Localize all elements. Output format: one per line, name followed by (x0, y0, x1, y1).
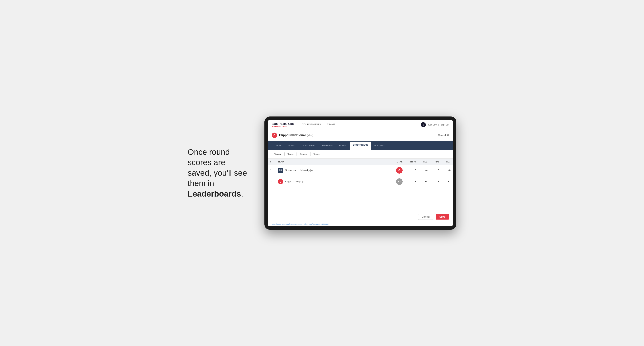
powered-by: Powered by clippd (272, 126, 294, 127)
col-rd1: RD1 (418, 159, 430, 165)
save-button[interactable]: Save (436, 214, 449, 219)
intro-text: Once round scores are saved, you'll see … (188, 147, 253, 199)
intro-line1: Once round (188, 148, 230, 157)
table-row: 1 SU Scoreboard University [A] -5 (268, 165, 453, 176)
col-rd3: RD3 (441, 159, 453, 165)
filter-scores[interactable]: Scores (298, 152, 309, 156)
col-rank: # (268, 159, 276, 165)
tab-course-setup[interactable]: Course Setup (298, 142, 318, 150)
intro-line2: scores are (188, 158, 225, 167)
team-2-rd3: +3 (441, 176, 453, 187)
tournament-gender: (Men) (307, 134, 313, 137)
team-2-thru: F (405, 176, 418, 187)
filter-bar: Teams Players Scores Strokes (268, 150, 453, 159)
tab-leaderboards[interactable]: Leaderboards (350, 142, 371, 150)
filter-players[interactable]: Players (284, 152, 296, 156)
team-2-name: Clippd College [A] (285, 180, 305, 183)
rank-2: 2 (268, 176, 276, 187)
team-2-logo: C (278, 179, 283, 184)
logo-text: SCOREBOARD (272, 122, 294, 126)
team-1-rd2: +5 (430, 165, 441, 176)
score-badge-1: -5 (396, 167, 402, 173)
score-badge-2: +3 (396, 178, 402, 185)
team-2-rd2: -8 (430, 176, 441, 187)
cancel-top[interactable]: Cancel ✕ (438, 134, 449, 137)
col-thru: THRU (405, 159, 418, 165)
team-2-rd1: +8 (418, 176, 430, 187)
table-row: 2 C Clippd College [A] +3 (268, 176, 453, 187)
sign-out-link[interactable]: Sign out (440, 123, 449, 126)
team-1-thru: F (405, 165, 418, 176)
team-1-logo: SU (278, 168, 283, 173)
nav-links: TOURNAMENTS TEAMS (299, 120, 421, 130)
tab-results[interactable]: Results (336, 142, 350, 150)
nav-teams[interactable]: TEAMS (324, 120, 338, 130)
team-1-rd1: -4 (418, 165, 430, 176)
team-1-name: Scoreboard University [A] (285, 169, 313, 172)
intro-leaderboards: Leaderboards (188, 189, 241, 198)
col-team: TEAM (276, 159, 390, 165)
filter-strokes[interactable]: Strokes (310, 152, 322, 156)
team-1-cell: SU Scoreboard University [A] (276, 165, 390, 176)
tab-tee-groups[interactable]: Tee Groups (318, 142, 336, 150)
rank-1: 1 (268, 165, 276, 176)
tab-printables[interactable]: Printables (371, 142, 388, 150)
cancel-label: Cancel (438, 134, 446, 137)
team-1-total: -5 (390, 165, 405, 176)
leaderboard-table-wrapper: # TEAM TOTAL THRU RD1 RD2 RD3 1 (268, 159, 453, 199)
tablet-frame: SCOREBOARD Powered by clippd TOURNAMENTS… (264, 117, 456, 230)
cancel-button[interactable]: Cancel (418, 214, 433, 220)
intro-line4: them in (188, 179, 214, 188)
tournament-header: C Clippd Invitational (Men) Cancel ✕ (268, 130, 453, 141)
top-navigation: SCOREBOARD Powered by clippd TOURNAMENTS… (268, 120, 453, 130)
filter-teams[interactable]: Teams (272, 152, 283, 156)
tablet-screen: SCOREBOARD Powered by clippd TOURNAMENTS… (268, 120, 453, 226)
tab-details[interactable]: Details (272, 142, 285, 150)
url-bar: https://stage-blue-coach.stagescoreboard… (268, 222, 453, 226)
footer: Cancel Save (268, 211, 453, 222)
content-area: Teams Players Scores Strokes # TEAM TOTA… (268, 150, 453, 226)
team-2-total: +3 (390, 176, 405, 187)
col-rd2: RD2 (430, 159, 441, 165)
sub-navigation: Details Teams Course Setup Tee Groups Re… (268, 141, 453, 150)
intro-line3: saved, you'll see (188, 169, 247, 177)
leaderboard-table: # TEAM TOTAL THRU RD1 RD2 RD3 1 (268, 159, 453, 187)
tournament-icon: C (272, 133, 277, 138)
brand-name: clippd (282, 126, 287, 127)
nav-tournaments[interactable]: TOURNAMENTS (299, 120, 324, 130)
team-1-rd3: -6 (441, 165, 453, 176)
logo-area: SCOREBOARD Powered by clippd (272, 122, 294, 127)
tournament-name: Clippd Invitational (279, 134, 306, 137)
content-spacer (268, 199, 453, 211)
tab-teams[interactable]: Teams (285, 142, 298, 150)
nav-right: S Test User | Sign out (421, 122, 449, 127)
close-icon: ✕ (447, 134, 449, 137)
table-header: # TEAM TOTAL THRU RD1 RD2 RD3 (268, 159, 453, 165)
intro-period: . (241, 189, 243, 198)
powered-by-text: Powered by (272, 126, 282, 127)
team-2-cell: C Clippd College [A] (276, 176, 390, 187)
user-avatar: S (421, 122, 426, 127)
table-body: 1 SU Scoreboard University [A] -5 (268, 165, 453, 187)
col-total: TOTAL (390, 159, 405, 165)
user-name: Test User | (428, 123, 439, 126)
